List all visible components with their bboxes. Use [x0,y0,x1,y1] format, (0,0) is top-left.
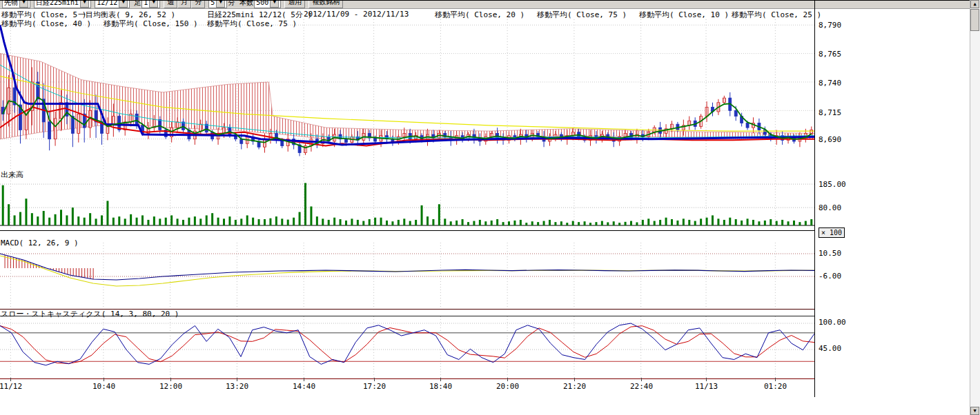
price-axis-label: 8,690 [819,135,841,144]
count-value-select[interactable]: 500▼ [254,0,281,8]
stoch-axis-label: 100.00 [819,318,846,327]
count-label: 本数 [239,0,254,8]
dropdown-arrow-icon[interactable]: ▼ [149,0,158,8]
vertical-scrollbar[interactable]: ▲ ▼ [970,0,980,415]
symbol-value: 日経225mini [36,0,79,8]
time-tick [237,378,237,381]
bar-value-select[interactable]: 1▼ [141,0,160,8]
symbol-select[interactable]: 日経225mini▼ [34,0,91,8]
time-axis-label: 11/13 [695,382,718,391]
time-tick [507,378,508,381]
time-tick [706,378,707,381]
volume-axis-label: 80.00 [819,203,841,212]
time-tick [304,378,304,381]
volume-panel-label: 出来高 [1,170,23,180]
dropdown-arrow-icon[interactable]: ▼ [216,0,225,8]
price-chart-panel[interactable] [0,19,814,171]
legend-ma20: 移動平均( Close, 20 ) [435,10,525,20]
time-axis-label: 18:40 [429,382,452,391]
macd-panel[interactable] [0,243,814,310]
period-minute-button[interactable]: 分 [191,0,205,8]
time-tick [775,378,776,381]
apply-button[interactable]: 適用 [284,0,305,8]
macd-axis-label: -6.00 [819,272,841,281]
time-axis-label: 14:40 [293,382,315,391]
time-tick [440,378,441,381]
macd-panel-label: MACD( 12, 26, 9 ) [1,239,79,247]
contract-value: 12/12 [97,0,117,6]
contract-select[interactable]: 12/12▼ [95,0,130,8]
time-axis-label: 11/12 [0,382,22,391]
period-week-button[interactable]: 週 [164,0,177,8]
legend-ma10: 移動平均( Close, 10 ) [639,10,729,20]
macd-axis-label: 10.50 [819,249,841,258]
time-axis-label: 17:20 [363,382,386,391]
time-axis-label: 21:20 [563,382,586,391]
bar-label: 足 [133,0,141,8]
stoch-axis-label: 45.00 [819,344,841,353]
minute-value-select[interactable]: 5▼ [208,0,227,8]
legend-ma75-2: 移動平均( Close, 75 ) [207,19,297,29]
volume-axis-label: 185.00 [819,180,846,189]
legend-ma25: 移動平均( Close, 25 ) [732,10,821,20]
price-axis-label: 8,740 [819,79,841,88]
time-tick [374,378,375,381]
time-tick [170,378,171,381]
time-tick [10,378,11,381]
minute-label: 分 [227,0,235,8]
time-tick [104,378,104,381]
dropdown-arrow-icon[interactable]: ▼ [80,0,89,8]
period-month-button[interactable]: 月 [177,0,191,8]
time-axis-label: 22:40 [630,382,653,391]
scroll-down-button[interactable]: ▼ [970,407,979,415]
dropdown-arrow-icon[interactable]: ▼ [119,0,128,8]
dropdown-arrow-icon[interactable]: ▼ [270,0,279,8]
time-tick [574,378,575,381]
time-tick [641,378,642,381]
price-axis-label: 8,790 [819,21,841,30]
time-axis-label: 20:00 [496,382,519,391]
dropdown-arrow-icon[interactable]: ▼ [19,0,28,8]
stoch-panel-label: スロー・ストキャスティクス( 14, 3, 80, 20 ) [1,309,179,319]
scroll-up-button[interactable]: ▲ [970,0,979,8]
volume-panel[interactable] [0,172,814,231]
time-axis-label: 10:40 [92,382,115,391]
time-axis-label: 12:00 [159,382,182,391]
legend-daterange: 2012/11/09 - 2012/11/13 [304,10,409,19]
instrument-type-select[interactable]: 先物▼ [2,0,30,8]
legend-ma150: 移動平均( Close, 150 ) [104,19,198,29]
trading-chart-app: 先物▼ 日経225mini▼ 12/12▼ 足1▼ 週 月 分 5▼分 本数50… [0,0,980,415]
stochastics-panel[interactable] [0,316,814,379]
volume-multiplier-badge: × 100 [819,227,845,238]
price-axis-label: 8,715 [819,108,841,117]
axis-divider [814,0,815,397]
time-axis-label: 13:20 [226,382,248,391]
legend-ma40: 移動平均( Close, 40 ) [1,19,91,29]
toolbar: 先物▼ 日経225mini▼ 12/12▼ 足1▼ 週 月 分 5▼分 本数50… [0,0,970,9]
multi-symbol-button[interactable]: 複数銘柄 [308,0,343,8]
price-axis-label: 8,765 [819,50,841,59]
scrollbar-thumb[interactable] [970,9,979,31]
time-axis-label: 01:20 [764,382,787,391]
instrument-type-value: 先物 [4,0,18,8]
legend-ma75: 移動平均( Close, 75 ) [537,10,627,20]
